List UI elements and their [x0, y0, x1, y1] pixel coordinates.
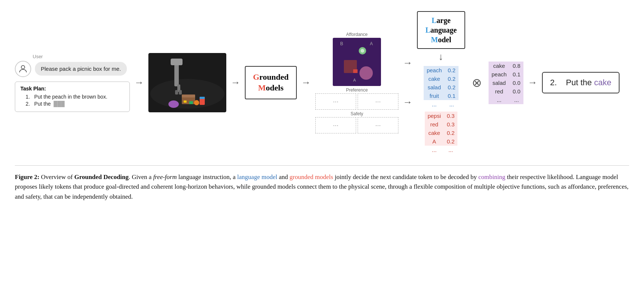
- pink-table-row: cake0.2: [425, 129, 458, 137]
- scene-visualization: B A A: [333, 38, 381, 86]
- affordance-section: Affordance B A: [333, 32, 381, 86]
- cap-text2: . Given a: [129, 173, 153, 181]
- task-plan-title: Task Plan:: [20, 86, 124, 92]
- llm-L2: L: [426, 26, 430, 34]
- result-word: ...: [489, 96, 510, 104]
- affordance-label: Affordance: [346, 32, 368, 37]
- blue-word: fruit: [424, 92, 445, 100]
- output-highlight: cake: [594, 78, 611, 87]
- svg-rect-11: [200, 97, 205, 99]
- diagram-area: User Please pack a picnic box for me. Ta…: [15, 7, 629, 162]
- pink-word: pepsi: [425, 112, 444, 120]
- user-bubble-wrap: User Please pack a picnic box for me.: [15, 54, 130, 77]
- llm-anguage: anguage: [430, 26, 457, 34]
- llm-box: Large Language Model: [417, 11, 465, 49]
- result-table-row: ......: [489, 96, 523, 104]
- cap-red1: grounded models: [290, 173, 334, 181]
- pink-val: 0.2: [444, 137, 458, 146]
- pink-val: ...: [444, 146, 458, 154]
- result-word: salad: [489, 79, 510, 87]
- blue-val: 0.2: [445, 83, 459, 92]
- pink-table-row: red0.3: [425, 120, 458, 129]
- odels-text: odels: [266, 83, 284, 92]
- result-table: cake0.8peach0.1salad0.0red0.0......: [489, 62, 523, 104]
- m-letter: M: [258, 83, 266, 92]
- cap-italic1: free-form: [153, 173, 177, 181]
- cap-text5: jointly decide the next candidate token …: [333, 173, 478, 181]
- result-table-row: salad0.0: [489, 79, 523, 87]
- llm-M: M: [431, 36, 438, 44]
- result-val: 0.8: [510, 62, 523, 70]
- item1-num: 1.: [26, 94, 33, 100]
- caption-area: Figure 2: Overview of Grounded Decoding.…: [15, 165, 629, 202]
- safety-box-1: ···: [315, 117, 356, 133]
- figure-label: Figure 2:: [15, 173, 39, 181]
- svg-rect-4: [171, 59, 183, 65]
- user-message: Please pack a picnic box for me.: [35, 62, 127, 76]
- safety-section: Safety ··· ···: [315, 111, 398, 133]
- svg-point-22: [359, 66, 373, 80]
- svg-rect-6: [175, 90, 178, 95]
- blue-table-row: ......: [424, 100, 459, 109]
- llm-L: L: [431, 16, 436, 24]
- otimes-symbol: ⊗: [472, 76, 482, 90]
- blue-word: salad: [424, 83, 445, 92]
- svg-rect-13: [189, 101, 193, 104]
- blue-val: 0.2: [445, 74, 459, 83]
- grounded-models-box: Grounded Models: [245, 66, 297, 99]
- svg-rect-23: [353, 69, 358, 73]
- blue-table-row: peach0.2: [424, 66, 459, 74]
- cap-bold1: Grounded Decoding: [74, 173, 129, 181]
- svg-point-12: [168, 100, 179, 108]
- arrow-up-to-llm: →: [403, 57, 413, 69]
- preference-box-2: ···: [358, 93, 398, 110]
- item2-prefix: Put the: [34, 101, 50, 107]
- pink-word: A: [425, 137, 444, 146]
- result-word: red: [489, 87, 510, 96]
- preference-section: Preference ··· ···: [315, 87, 398, 110]
- preference-box-1: ···: [315, 93, 356, 110]
- blue-prob-table: peach0.2cake0.2salad0.2fruit0.1......: [424, 66, 459, 109]
- cap-purple1: combining: [478, 173, 505, 181]
- blue-table-row: salad0.2: [424, 83, 459, 92]
- result-word: peach: [489, 70, 510, 79]
- blue-val: ...: [445, 100, 459, 109]
- svg-text:A: A: [353, 78, 356, 82]
- pink-val: 0.2: [444, 129, 458, 137]
- svg-rect-15: [184, 100, 187, 103]
- pink-val: 0.3: [444, 112, 458, 120]
- task-plan-item2: 2. Put the ███: [26, 101, 124, 107]
- arrow-to-scene: →: [134, 77, 144, 88]
- safety-box-2: ···: [358, 117, 398, 133]
- task-plan-item1: 1. Put the peach in the brown box.: [26, 94, 124, 100]
- middle-section: Affordance B A: [315, 32, 398, 133]
- svg-text:B: B: [340, 41, 343, 46]
- llm-tables-col: Large Language Model → peach0.2cake0.2sa…: [417, 11, 465, 154]
- item2-num: 2.: [26, 101, 33, 107]
- cap-text3: language instruction, a: [177, 173, 237, 181]
- svg-rect-9: [182, 95, 195, 97]
- preference-dashed-row: ··· ···: [315, 93, 398, 110]
- rounded-text: rounded: [259, 72, 289, 82]
- blue-word: cake: [424, 74, 445, 83]
- pink-prob-table: pepsi0.3red0.3cake0.2A0.2......: [425, 112, 458, 154]
- output-number: 2.: [550, 78, 557, 87]
- pink-word: ...: [425, 146, 444, 154]
- pink-table-row: A0.2: [425, 137, 458, 146]
- preference-label: Preference: [346, 87, 368, 93]
- svg-point-20: [361, 49, 364, 53]
- blue-word: peach: [424, 66, 445, 74]
- cap-blue1: language model: [237, 173, 277, 181]
- blue-table-row: fruit0.1: [424, 92, 459, 100]
- pink-word: cake: [425, 129, 444, 137]
- arrows-to-tables: → →: [403, 57, 413, 108]
- safety-dashed-row: ··· ···: [315, 117, 398, 133]
- arrow-to-output: →: [528, 77, 538, 88]
- user-bubble-row: Please pack a picnic box for me.: [15, 61, 127, 77]
- arrow-to-viz: →: [301, 77, 311, 88]
- user-label: User: [33, 54, 43, 59]
- result-val: 0.0: [510, 87, 523, 96]
- result-val: 0.0: [510, 79, 523, 87]
- svg-point-0: [21, 65, 24, 69]
- caption-paragraph: Figure 2: Overview of Grounded Decoding.…: [15, 172, 629, 202]
